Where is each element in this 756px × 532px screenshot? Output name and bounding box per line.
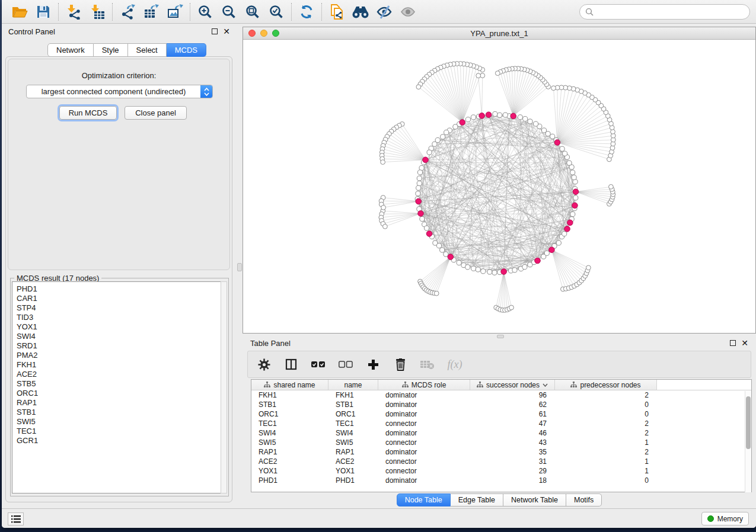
show-all-button[interactable] bbox=[396, 2, 420, 22]
mcds-result-list[interactable]: PHD1CAR1STP4TID3YOX1SWI4SRD1PMA2FKH1ACE2… bbox=[12, 281, 222, 493]
table-row[interactable]: PHD1PHD1dominator180 bbox=[251, 476, 751, 485]
table-row[interactable]: SWI4SWI4dominator462 bbox=[251, 428, 751, 438]
tab-node-table[interactable]: Node Table bbox=[397, 493, 451, 507]
save-icon bbox=[36, 5, 50, 19]
mcds-result-item[interactable]: SWI5 bbox=[17, 417, 221, 427]
import-table-icon bbox=[90, 4, 105, 20]
criterion-dropdown[interactable]: largest connected component (undirected) bbox=[26, 85, 213, 98]
table-cell: dominator bbox=[378, 448, 470, 456]
mcds-result-item[interactable]: CAR1 bbox=[17, 294, 221, 303]
network-graph[interactable] bbox=[243, 40, 755, 333]
table-options-button[interactable] bbox=[256, 355, 272, 373]
mcds-result-item[interactable]: PMA2 bbox=[17, 351, 221, 360]
mcds-result-item[interactable]: ACE2 bbox=[17, 370, 221, 379]
tab-select[interactable]: Select bbox=[128, 43, 167, 57]
hide-selected-button[interactable] bbox=[372, 2, 396, 22]
zoom-fit-icon bbox=[245, 4, 260, 20]
column-header-successor-nodes[interactable]: successor nodes bbox=[470, 380, 555, 390]
mcds-result-item[interactable]: SWI4 bbox=[17, 332, 221, 341]
mcds-result-item[interactable]: PHD1 bbox=[17, 284, 221, 294]
mcds-list-scrollbar[interactable] bbox=[221, 281, 227, 493]
table-row[interactable]: ORC1ORC1dominator610 bbox=[251, 409, 751, 419]
export-image-button[interactable] bbox=[163, 2, 187, 22]
close-panel-icon[interactable]: ✕ bbox=[741, 340, 748, 346]
table-cell: 62 bbox=[470, 400, 555, 409]
column-header-MCDS-role[interactable]: MCDS role bbox=[378, 380, 470, 390]
run-mcds-button[interactable]: Run MCDS bbox=[59, 106, 117, 120]
table-row[interactable]: TEC1TEC1connector472 bbox=[251, 419, 751, 428]
table-row[interactable]: FKH1FKH1dominator962 bbox=[251, 390, 751, 400]
table-cell: TEC1 bbox=[251, 419, 328, 428]
table-row[interactable]: YOX1YOX1connector291 bbox=[251, 466, 751, 476]
tab-motifs[interactable]: Motifs bbox=[566, 493, 602, 507]
mcds-result-item[interactable]: GCR1 bbox=[17, 436, 221, 446]
tab-edge-table[interactable]: Edge Table bbox=[451, 493, 503, 507]
clone-network-button[interactable] bbox=[325, 2, 349, 22]
splitter-grip[interactable] bbox=[237, 263, 242, 271]
float-panel-icon[interactable] bbox=[730, 340, 736, 346]
toolbar-separator bbox=[190, 3, 190, 21]
vertical-splitter[interactable] bbox=[237, 24, 243, 508]
table-row[interactable]: RAP1RAP1dominator352 bbox=[251, 447, 751, 457]
export-table-button[interactable] bbox=[139, 2, 163, 22]
show-columns-button[interactable] bbox=[283, 355, 299, 373]
select-all-button[interactable] bbox=[311, 355, 326, 373]
open-file-button[interactable] bbox=[8, 2, 31, 22]
close-panel-button[interactable]: Close panel bbox=[125, 106, 187, 120]
deselect-all-button[interactable] bbox=[338, 355, 353, 373]
import-network-button[interactable] bbox=[62, 2, 85, 22]
mcds-result-item[interactable]: TEC1 bbox=[17, 427, 221, 436]
mcds-result-item[interactable]: STB5 bbox=[17, 379, 221, 389]
mcds-result-item[interactable]: SRD1 bbox=[17, 341, 221, 351]
mcds-result-item[interactable]: STB1 bbox=[17, 408, 221, 417]
mcds-result-item[interactable]: RAP1 bbox=[17, 398, 221, 408]
export-network-button[interactable] bbox=[116, 2, 139, 22]
zoom-in-button[interactable] bbox=[193, 2, 217, 22]
zoom-selected-button[interactable] bbox=[264, 2, 288, 22]
create-column-button[interactable] bbox=[365, 355, 381, 373]
scrollbar-thumb[interactable] bbox=[746, 396, 751, 449]
graph-nodes[interactable] bbox=[379, 62, 615, 313]
table-cell: FKH1 bbox=[328, 391, 378, 399]
tab-network[interactable]: Network bbox=[47, 43, 94, 57]
table-row[interactable]: ACE2ACE2connector311 bbox=[251, 457, 751, 466]
tab-style[interactable]: Style bbox=[94, 43, 128, 57]
search-box[interactable] bbox=[579, 4, 750, 20]
table-cell: 1 bbox=[555, 457, 657, 466]
mcds-result-item[interactable]: TID3 bbox=[17, 313, 221, 322]
search-input[interactable] bbox=[594, 6, 749, 18]
network-canvas[interactable] bbox=[243, 40, 755, 333]
zoom-out-icon bbox=[221, 4, 237, 20]
table-cell: ACE2 bbox=[328, 457, 378, 466]
close-panel-icon[interactable]: ✕ bbox=[223, 28, 230, 34]
table-cell: SWI4 bbox=[251, 429, 328, 437]
task-history-button[interactable] bbox=[8, 512, 24, 525]
tab-network-table[interactable]: Network Table bbox=[503, 493, 566, 507]
zoom-out-button[interactable] bbox=[217, 2, 241, 22]
table-row[interactable]: SWI5SWI5connector431 bbox=[251, 438, 751, 447]
float-panel-icon[interactable] bbox=[212, 28, 218, 34]
memory-label: Memory bbox=[717, 515, 743, 523]
control-panel: Control Panel ✕ NetworkStyleSelectMCDS O… bbox=[2, 24, 237, 508]
zoom-fit-button[interactable] bbox=[241, 2, 264, 22]
memory-button[interactable]: Memory bbox=[701, 512, 749, 525]
column-header-predecessor-nodes[interactable]: predecessor nodes bbox=[555, 380, 657, 390]
first-neighbors-button[interactable] bbox=[349, 2, 372, 22]
table-cell: dominator bbox=[378, 400, 470, 409]
mcds-result-item[interactable]: ORC1 bbox=[17, 389, 221, 398]
apply-layout-button[interactable] bbox=[295, 2, 318, 22]
table-row[interactable]: STB1STB1dominator620 bbox=[251, 400, 751, 409]
tab-mcds[interactable]: MCDS bbox=[167, 43, 206, 57]
table-scrollbar[interactable] bbox=[745, 391, 751, 492]
mcds-result-item[interactable]: STP4 bbox=[17, 303, 221, 313]
column-header-shared-name[interactable]: shared name bbox=[251, 380, 328, 390]
network-window-titlebar[interactable]: YPA_prune.txt_1 bbox=[243, 27, 755, 40]
column-header-name[interactable]: name bbox=[328, 380, 378, 390]
mcds-result-item[interactable]: YOX1 bbox=[17, 322, 221, 332]
zoom-in-icon bbox=[197, 4, 213, 20]
delete-column-button[interactable] bbox=[393, 355, 408, 373]
table-cell: connector bbox=[378, 467, 470, 475]
import-table-button[interactable] bbox=[85, 2, 109, 22]
mcds-result-item[interactable]: FKH1 bbox=[17, 360, 221, 370]
save-session-button[interactable] bbox=[31, 2, 55, 22]
